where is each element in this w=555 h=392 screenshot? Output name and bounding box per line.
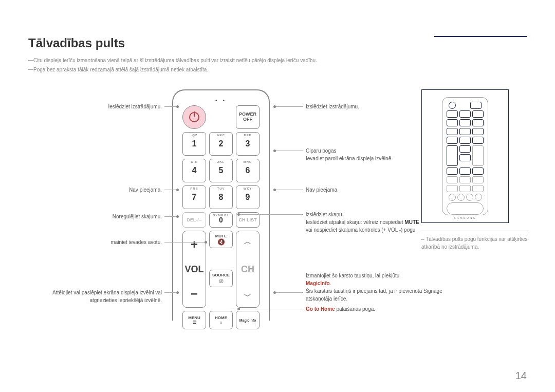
key-9: WXY9: [236, 185, 260, 209]
key-4: GHI4: [182, 159, 206, 182]
magicinfo-button: MagicInfo: [236, 311, 260, 329]
note-2: Poga bez apraksta tālāk redzamajā attēlā…: [28, 66, 529, 74]
label-home: Go to Home palaišanas poga.: [306, 305, 460, 313]
leader: [275, 190, 303, 190]
key-5: JKL5: [209, 159, 233, 182]
remote-thumbnail-box: SAMSUNG: [421, 89, 509, 223]
label-na-right: Nav pieejama.: [306, 186, 439, 194]
leader: [239, 309, 303, 309]
label-menu: Attēlojiet vai paslēpiet ekrāna displeja…: [28, 289, 162, 304]
key-8: TUV8: [209, 185, 233, 209]
power-on-button: [182, 105, 206, 129]
leader: [164, 242, 206, 242]
key-del: DEL-/--: [182, 212, 206, 228]
leader: [275, 292, 303, 293]
page-title: Tālvadības pults: [28, 36, 529, 50]
leader: [164, 216, 177, 217]
leader: [164, 292, 177, 293]
diagram: • • POWER OFF .QZ1 ABC2 DEF3 GHI4 JKL5 M…: [28, 89, 529, 331]
remote-outline: • • POWER OFF .QZ1 ABC2 DEF3 GHI4 JKL5 M…: [172, 89, 270, 321]
remote-dots: • •: [180, 98, 262, 103]
label-source: mainiet ievades avotu.: [28, 238, 162, 246]
power-off-button: POWER OFF: [236, 105, 260, 129]
header-rule: [434, 36, 527, 37]
leader: [239, 214, 303, 215]
key-1: .QZ1: [182, 132, 206, 156]
key-6: MNO6: [236, 159, 260, 182]
thumbnail-note: Tālvadības pults pogu funkcijas var atšķ…: [421, 231, 529, 251]
label-magicinfo: Izmantojiet šo karsto taustiņu, lai piek…: [306, 272, 460, 303]
key-0: SYMBOL0: [209, 212, 233, 228]
leader: [164, 190, 177, 190]
page-number: 14: [515, 370, 527, 382]
home-button: HOME⌂: [209, 311, 233, 329]
label-na-left: Nav pieejama.: [28, 186, 162, 194]
label-power-off: Izslēdziet izstrādājumu.: [306, 103, 439, 110]
key-3: DEF3: [236, 132, 260, 156]
leader: [275, 151, 303, 151]
label-power-on: Ieslēdziet izstrādājumu.: [28, 103, 162, 110]
remote-thumbnail: SAMSUNG: [442, 97, 488, 215]
mute-button: MUTE🔇: [209, 231, 233, 248]
leader: [275, 106, 303, 107]
source-button: SOURCE⎚: [209, 270, 233, 287]
menu-button: MENU☰: [182, 311, 206, 329]
key-2: ABC2: [209, 132, 233, 156]
label-volume: Noregulējiet skaļumu.: [28, 213, 162, 220]
key-7: PRS7: [182, 185, 206, 209]
leader: [164, 106, 177, 107]
ch-rocker: ︿ CH ﹀: [236, 231, 260, 308]
note-1: Citu displeja ierīču izmantošana vienā t…: [28, 57, 529, 65]
